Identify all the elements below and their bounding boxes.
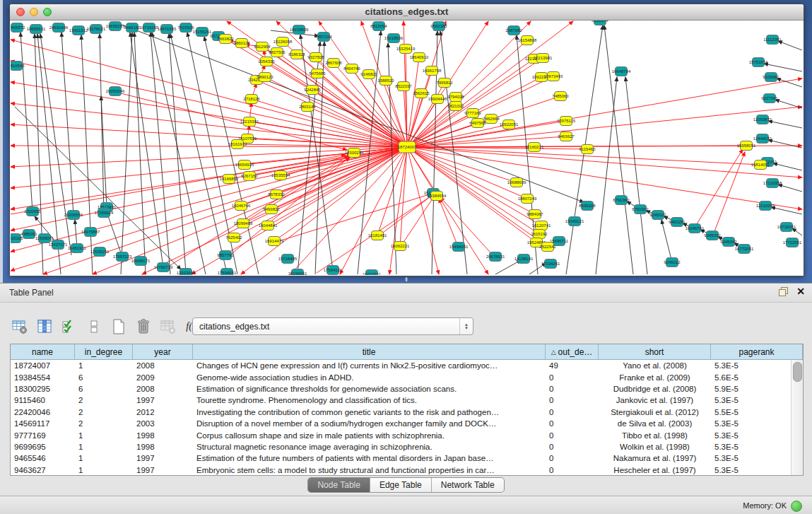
table-row[interactable]: 2242004622012Investigating the contribut… [11,407,791,418]
network-edge[interactable] [61,33,73,215]
network-node[interactable]: 15226058 [273,37,293,47]
network-edge[interactable] [768,140,802,148]
network-edge[interactable] [604,25,633,274]
network-node[interactable]: 20691406 [49,23,69,33]
network-node[interactable]: 12215381 [240,117,259,127]
network-node[interactable]: 9146821 [360,70,377,79]
network-node[interactable]: 15276021 [87,25,106,34]
network-node[interactable]: 7663822 [217,35,234,44]
network-node[interactable]: 17722051 [783,238,802,247]
table-row[interactable]: 946554611997Estimation of the future num… [11,452,791,464]
network-node[interactable]: 5267150 [241,172,258,181]
tab-edge-table[interactable]: Edge Table [370,478,432,492]
network-node[interactable]: 16194061 [288,269,307,276]
network-node[interactable]: 9857791 [217,251,234,260]
network-node[interactable]: 9884067 [526,210,543,219]
network-node[interactable]: 10719155 [140,23,159,33]
network-node[interactable]: 8186328 [288,50,305,59]
network-node[interactable]: 13421312 [69,26,88,35]
delete-column-button[interactable] [135,318,152,335]
network-node[interactable]: 18640910 [410,53,429,62]
network-node[interactable]: 7857224 [315,33,332,42]
table-row[interactable]: 1830029562008Estimation of significance … [11,383,791,395]
network-edge[interactable] [495,260,521,274]
network-node[interactable]: 1615192 [531,230,548,239]
network-node[interactable]: 18807249 [518,194,537,204]
network-node[interactable]: 1054336 [258,57,275,66]
panel-splitter[interactable]: ▴▾ [402,276,411,283]
network-node[interactable]: 17210358 [763,179,782,188]
network-edge[interactable] [121,33,132,274]
network-node[interactable]: 16914479 [265,237,284,246]
network-node[interactable]: 9777169 [464,109,481,118]
network-edge[interactable] [389,147,407,274]
network-node[interactable]: 14671355 [158,25,177,34]
network-node[interactable]: 1588520 [377,76,394,86]
network-node[interactable]: 9327508 [307,53,324,62]
network-node[interactable]: 11112051 [763,35,782,45]
tab-node-table[interactable]: Node Table [308,478,370,492]
network-node[interactable]: 11568091 [35,234,54,243]
network-node[interactable]: 10655287 [106,22,125,31]
network-node[interactable]: 12923448 [177,269,196,276]
network-node[interactable]: 20678931 [486,252,505,262]
network-node[interactable]: 16120741 [532,221,551,230]
network-node[interactable]: 16648784 [612,67,631,76]
scrollbar-thumb[interactable] [793,362,802,382]
network-node[interactable]: 9245022 [649,211,666,220]
network-edge[interactable] [151,33,170,274]
network-edge[interactable] [771,207,802,214]
network-node[interactable]: 5475685 [309,69,326,78]
network-node[interactable]: 8466160 [124,23,141,33]
column-header-in_degree[interactable]: in_degree [75,344,133,359]
network-node[interactable]: 7955812 [436,78,453,88]
network-node[interactable]: 16961758 [423,66,442,76]
network-node[interactable]: 12444151 [753,134,772,144]
close-panel-icon[interactable]: ✕ [796,286,805,296]
select-all-rows-button[interactable] [61,318,78,335]
network-node[interactable]: 2867608 [325,59,342,68]
network-edge[interactable] [377,194,433,237]
network-edge[interactable] [773,163,802,170]
network-edge[interactable] [274,193,434,243]
network-node[interactable]: 5912954 [254,42,271,52]
network-node[interactable]: 2803144 [299,103,316,112]
tab-network-table[interactable]: Network Table [432,478,504,492]
network-edge[interactable] [81,35,93,274]
network-node[interactable]: 2522541 [539,243,556,252]
network-edge[interactable] [596,77,617,274]
network-node[interactable]: 16022311 [363,270,382,276]
create-column-button[interactable] [110,318,127,335]
network-edge[interactable] [100,34,104,213]
column-header-out_de[interactable]: △out_de… [546,344,599,359]
network-node[interactable]: 17594121 [324,266,343,275]
network-node[interactable]: 10922051 [500,120,519,129]
table-selector-dropdown[interactable]: citations_edges.txt ▲▼ [192,317,473,335]
network-edge[interactable] [407,21,573,147]
network-edge[interactable] [134,33,146,274]
network-edge[interactable] [778,41,802,50]
network-node[interactable]: 15958051 [737,141,756,151]
network-edge[interactable] [712,152,745,237]
network-node[interactable]: 16044841 [259,221,278,230]
network-canvas[interactable]: 2405572106855312069140613421312152760211… [11,21,803,275]
network-node-hub[interactable]: 18724007 [398,141,417,153]
network-edge[interactable] [693,149,743,230]
network-node[interactable]: 9329961 [763,73,779,82]
network-node[interactable]: 6791912 [632,205,649,214]
network-node[interactable]: 16046761 [686,224,705,233]
network-edge[interactable] [792,228,802,235]
network-node[interactable]: 15155261 [193,28,212,37]
network-node[interactable]: 13427371 [49,240,68,250]
column-header-short[interactable]: short [599,344,711,359]
network-edge[interactable] [400,147,407,246]
network-node[interactable]: 2405572 [11,23,25,33]
network-node[interactable]: 9242845 [304,86,321,95]
network-node[interactable]: 1821022 [447,102,464,111]
network-node[interactable]: 16181481 [368,231,387,240]
network-node[interactable]: 20053346 [106,87,125,96]
network-node[interactable]: 19654935 [235,160,254,170]
network-node[interactable]: 10685531 [27,25,46,34]
zoom-window-button[interactable] [43,8,52,16]
table-vertical-scrollbar[interactable] [791,360,803,475]
